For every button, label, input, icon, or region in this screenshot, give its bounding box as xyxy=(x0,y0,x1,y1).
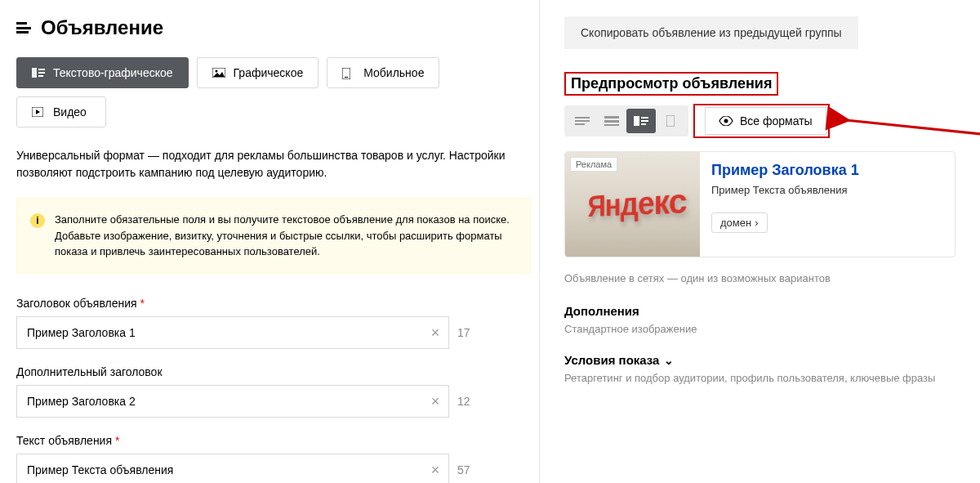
svg-rect-15 xyxy=(634,116,639,126)
svg-rect-10 xyxy=(575,120,590,122)
svg-rect-13 xyxy=(604,120,619,123)
svg-rect-2 xyxy=(38,72,45,74)
clear-icon[interactable]: × xyxy=(428,325,443,340)
svg-rect-14 xyxy=(604,124,619,126)
headline-count: 17 xyxy=(457,326,470,339)
text-label: Текст объявления * xyxy=(16,434,531,447)
ad-preview-title: Пример Заголовка 1 xyxy=(711,162,943,179)
svg-rect-9 xyxy=(575,117,590,119)
headline-label: Заголовок объявления * xyxy=(16,297,531,310)
svg-point-5 xyxy=(215,70,217,73)
additions-title: Дополнения xyxy=(564,304,956,318)
image-icon xyxy=(212,68,225,78)
all-formats-label: Все форматы xyxy=(740,114,813,127)
chevron-down-icon: ⌄ xyxy=(664,354,674,367)
svg-rect-12 xyxy=(604,116,619,119)
yandex-logo-text: Яндекс xyxy=(588,182,687,223)
svg-rect-11 xyxy=(575,123,585,125)
format-description: Универсальный формат — подходит для рекл… xyxy=(16,147,531,181)
preview-heading: Предпросмотр объявления xyxy=(564,72,778,96)
tab-label: Мобильное xyxy=(363,66,424,79)
ad-preview-card: Реклама Яндекс Пример Заголовка 1 Пример… xyxy=(564,151,956,257)
svg-rect-1 xyxy=(38,69,45,70)
clear-icon[interactable]: × xyxy=(428,394,443,409)
text-count: 57 xyxy=(457,463,470,476)
chevron-right-icon: › xyxy=(755,217,758,229)
tab-graphic[interactable]: Графическое xyxy=(197,57,319,88)
tab-label: Видео xyxy=(53,105,87,119)
format-toggle-group xyxy=(564,105,688,136)
text-graphic-icon xyxy=(32,68,45,78)
svg-rect-16 xyxy=(641,117,648,119)
tab-video[interactable]: Видео xyxy=(16,96,106,127)
play-icon xyxy=(32,107,45,117)
additions-subtitle: Стандартное изображение xyxy=(564,323,956,335)
info-icon: i xyxy=(30,213,45,228)
conditions-subtitle: Ретаргетинг и подбор аудитории, профиль … xyxy=(564,372,956,384)
clear-icon[interactable]: × xyxy=(428,463,443,477)
format-list-1[interactable] xyxy=(568,109,597,133)
ad-type-tabs: Текстово-графическое Графическое Мобильн… xyxy=(16,57,531,127)
tab-label: Текстово-графическое xyxy=(53,66,173,79)
eye-icon xyxy=(719,116,733,126)
svg-point-20 xyxy=(724,119,728,123)
format-card[interactable] xyxy=(626,109,656,133)
annotation-arrow xyxy=(842,117,980,136)
conditions-toggle[interactable]: Условия показа ⌄ xyxy=(564,353,956,367)
subheadline-count: 12 xyxy=(457,395,470,408)
tab-mobile[interactable]: Мобильное xyxy=(327,57,439,88)
tab-text-graphic[interactable]: Текстово-графическое xyxy=(16,57,189,88)
format-list-2[interactable] xyxy=(597,109,626,133)
mobile-icon xyxy=(342,68,355,78)
subheadline-label: Дополнительный заголовок xyxy=(16,365,531,378)
ad-preview-text: Пример Текста объявления xyxy=(711,184,943,196)
warning-text: Заполните обязательные поля и вы получит… xyxy=(55,213,510,257)
ad-badge: Реклама xyxy=(570,157,617,172)
headline-input[interactable] xyxy=(16,316,449,349)
svg-rect-17 xyxy=(641,120,648,122)
all-formats-button[interactable]: Все форматы xyxy=(705,107,826,135)
page-title: Объявление xyxy=(41,16,163,39)
copy-from-previous-button[interactable]: Скопировать объявление из предыдущей гру… xyxy=(564,16,858,49)
subheadline-input[interactable] xyxy=(16,385,449,418)
text-input[interactable] xyxy=(16,454,449,484)
format-mobile[interactable] xyxy=(656,109,685,133)
warning-box: i Заполните обязательные поля и вы получ… xyxy=(16,198,531,274)
svg-rect-18 xyxy=(641,123,646,125)
ad-domain-button[interactable]: домен › xyxy=(711,212,768,233)
svg-line-21 xyxy=(846,120,980,135)
svg-rect-19 xyxy=(666,115,675,127)
svg-rect-0 xyxy=(32,68,37,78)
ad-note: Объявление в сетях — один из возможных в… xyxy=(564,272,956,284)
tab-label: Графическое xyxy=(234,66,304,79)
svg-rect-7 xyxy=(345,77,348,78)
svg-rect-3 xyxy=(38,75,43,77)
ad-preview-image: Реклама Яндекс xyxy=(565,152,700,257)
align-icon[interactable] xyxy=(16,22,31,34)
